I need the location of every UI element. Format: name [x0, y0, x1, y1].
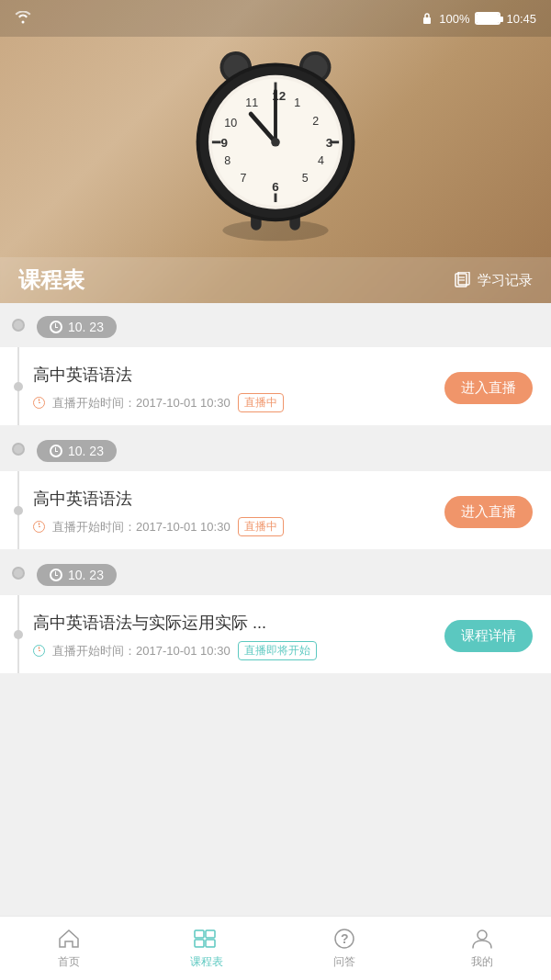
date-clock-icon-2 — [50, 445, 62, 457]
svg-point-30 — [271, 138, 280, 147]
date-label-1: 10. 23 — [68, 320, 104, 334]
status-right: 100% 10:45 — [421, 12, 536, 26]
course-time-3: 直播开始时间：2017-10-01 10:30 直播即将开始 — [33, 641, 444, 660]
live-status-badge-2: 直播中 — [238, 517, 284, 536]
tab-mine[interactable]: 我的 — [413, 917, 551, 980]
svg-rect-0 — [423, 17, 431, 24]
time-text-3: 直播开始时间：2017-10-01 10:30 — [52, 643, 231, 659]
small-clock-3 — [33, 645, 45, 657]
live-status-badge-1: 直播中 — [238, 393, 284, 412]
question-icon: ? — [332, 927, 356, 951]
course-info-1: 高中英语语法 直播开始时间：2017-10-01 10:30 直播中 — [33, 364, 444, 412]
enter-live-button-2[interactable]: 进入直播 — [444, 496, 533, 528]
content-area: 10. 23 高中英语语法 直播开始时间：2017-10-01 10:30 直播… — [0, 303, 551, 916]
date-badge-2: 10. 23 — [37, 440, 117, 462]
study-record-button[interactable]: 学习记录 — [454, 272, 533, 289]
status-bar: 100% 10:45 — [0, 0, 551, 37]
svg-point-41 — [478, 930, 487, 940]
person-icon — [470, 927, 494, 951]
svg-point-1 — [222, 220, 328, 241]
course-card-1: 高中英语语法 直播开始时间：2017-10-01 10:30 直播中 进入直播 — [0, 347, 551, 425]
battery-percent: 100% — [439, 12, 469, 26]
date-badge-1: 10. 23 — [37, 316, 117, 338]
small-clock-2 — [33, 521, 45, 533]
svg-text:11: 11 — [245, 96, 258, 109]
course-dot-2 — [14, 506, 23, 515]
tab-schedule[interactable]: 课程表 — [138, 917, 276, 980]
course-dot-1 — [14, 382, 23, 391]
title-bar: 课程表 学习记录 — [0, 257, 551, 303]
date-row-1: 10. 23 — [0, 303, 551, 347]
svg-text:10: 10 — [224, 117, 237, 130]
course-card-2: 高中英语语法 直播开始时间：2017-10-01 10:30 直播中 进入直播 — [0, 471, 551, 549]
svg-text:3: 3 — [326, 136, 332, 150]
svg-text:8: 8 — [224, 154, 231, 167]
tab-schedule-label: 课程表 — [190, 954, 223, 970]
timeline-dot-1 — [12, 319, 25, 332]
enter-live-button-1[interactable]: 进入直播 — [444, 372, 533, 404]
page-title: 课程表 — [18, 265, 84, 295]
svg-rect-36 — [206, 930, 215, 938]
svg-text:5: 5 — [302, 172, 309, 185]
tab-home[interactable]: 首页 — [0, 917, 138, 980]
timeline-section-3: 10. 23 高中英语语法与实际运用实际 ... 直播开始时间：2017-10-… — [0, 551, 551, 673]
clock-illustration: 12 6 3 9 1 2 4 5 7 8 10 11 — [174, 28, 377, 248]
wifi-indicator — [15, 11, 31, 27]
tab-qa[interactable]: ? 问答 — [276, 917, 413, 980]
svg-rect-38 — [206, 940, 215, 947]
course-dot-3 — [14, 630, 23, 639]
time-text-1: 直播开始时间：2017-10-01 10:30 — [52, 395, 231, 411]
course-info-3: 高中英语语法与实际运用实际 ... 直播开始时间：2017-10-01 10:3… — [33, 612, 444, 660]
study-record-label: 学习记录 — [478, 272, 533, 289]
schedule-icon — [193, 927, 220, 951]
date-badge-3: 10. 23 — [37, 564, 117, 586]
small-clock-1 — [33, 397, 45, 409]
date-label-3: 10. 23 — [68, 568, 104, 582]
svg-text:2: 2 — [312, 115, 319, 128]
lock-icon — [421, 12, 433, 25]
svg-text:4: 4 — [318, 154, 324, 167]
time-display: 10:45 — [506, 12, 536, 26]
timeline-dot-3 — [12, 567, 25, 580]
course-time-2: 直播开始时间：2017-10-01 10:30 直播中 — [33, 517, 444, 536]
date-row-2: 10. 23 — [0, 427, 551, 471]
date-clock-icon-1 — [50, 321, 62, 333]
tab-home-label: 首页 — [58, 954, 80, 970]
svg-text:6: 6 — [272, 180, 278, 194]
home-icon — [57, 927, 81, 951]
tab-bar: 首页 课程表 ? 问答 我的 — [0, 916, 551, 980]
timeline-section-1: 10. 23 高中英语语法 直播开始时间：2017-10-01 10:30 直播… — [0, 303, 551, 425]
date-label-2: 10. 23 — [68, 444, 104, 458]
course-info-2: 高中英语语法 直播开始时间：2017-10-01 10:30 直播中 — [33, 488, 444, 536]
date-row-3: 10. 23 — [0, 551, 551, 595]
svg-text:?: ? — [341, 931, 349, 946]
course-detail-button-3[interactable]: 课程详情 — [444, 620, 533, 652]
svg-text:1: 1 — [294, 96, 300, 109]
record-icon — [454, 272, 472, 288]
svg-rect-35 — [195, 930, 204, 938]
course-card-3: 高中英语语法与实际运用实际 ... 直播开始时间：2017-10-01 10:3… — [0, 595, 551, 673]
tab-mine-label: 我的 — [471, 954, 493, 970]
course-name-3: 高中英语语法与实际运用实际 ... — [33, 612, 444, 634]
svg-text:9: 9 — [220, 136, 227, 150]
date-clock-icon-3 — [50, 569, 62, 581]
tab-qa-label: 问答 — [333, 954, 355, 970]
course-name-2: 高中英语语法 — [33, 488, 444, 510]
timeline-dot-2 — [12, 443, 25, 456]
svg-text:7: 7 — [241, 172, 247, 185]
timeline-section-2: 10. 23 高中英语语法 直播开始时间：2017-10-01 10:30 直播… — [0, 427, 551, 549]
time-text-2: 直播开始时间：2017-10-01 10:30 — [52, 519, 231, 535]
svg-rect-37 — [195, 940, 204, 947]
live-status-badge-3: 直播即将开始 — [238, 641, 317, 660]
battery-icon — [475, 12, 500, 25]
course-name-1: 高中英语语法 — [33, 364, 444, 386]
course-time-1: 直播开始时间：2017-10-01 10:30 直播中 — [33, 393, 444, 412]
